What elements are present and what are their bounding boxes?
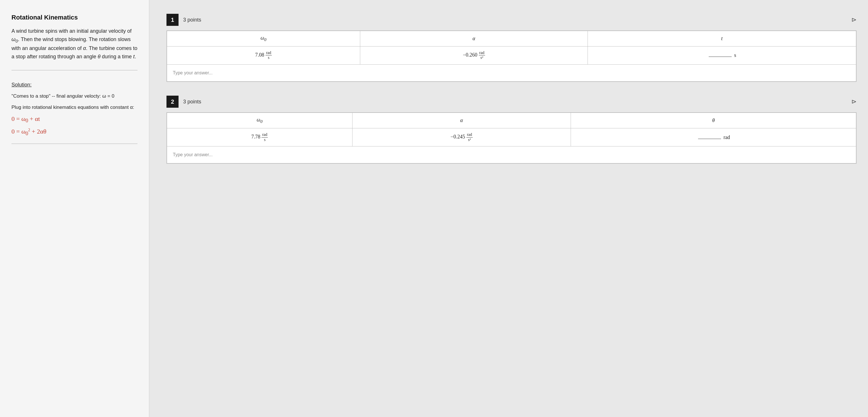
- question-block-1: 1 3 points ⊳ ω0 α t: [166, 14, 857, 82]
- col-header-theta-2: θ: [571, 113, 856, 128]
- solution-line2: Plug into rotational kinematics equation…: [11, 104, 137, 111]
- pin-icon-1[interactable]: ⊳: [851, 16, 857, 24]
- right-panel: 1 3 points ⊳ ω0 α t: [149, 0, 868, 189]
- col-header-t-1: t: [588, 31, 856, 47]
- question-2-table: ω0 α θ 7.78 rads: [167, 113, 856, 146]
- divider-2: [11, 144, 137, 144]
- col-header-alpha-2: α: [352, 113, 571, 128]
- table-1-header-row: ω0 α t: [167, 31, 856, 47]
- cell-omega0-2: 7.78 rads: [167, 128, 352, 146]
- question-1-answer-row[interactable]: Type your answer...: [167, 65, 856, 82]
- question-1-points: 3 points: [183, 17, 201, 23]
- solution-label: Solution:: [11, 82, 137, 88]
- question-block-2: 2 3 points ⊳ ω0 α θ: [166, 96, 857, 164]
- question-2-header: 2 3 points ⊳: [166, 96, 857, 108]
- equation-1: 0 = ω0 + αt: [11, 115, 137, 124]
- col-header-omega0-2: ω0: [167, 113, 352, 128]
- solution-section: Solution: "Comes to a stop" -- final ang…: [11, 82, 137, 137]
- table-2-header-row: ω0 α θ: [167, 113, 856, 128]
- question-2-points: 3 points: [183, 99, 201, 105]
- problem-text: A wind turbine spins with an initial ang…: [11, 27, 137, 61]
- equation-2: 0 = ω02 + 2αθ: [11, 128, 137, 137]
- question-1-table-wrapper: ω0 α t 7.08 rads: [166, 30, 857, 82]
- cell-alpha-1: −0.260 rads²: [360, 46, 588, 65]
- left-panel: Rotational Kinematics A wind turbine spi…: [0, 0, 149, 417]
- cell-alpha-2: −0.245 rads²: [352, 128, 571, 146]
- question-2-number: 2: [166, 96, 179, 108]
- cell-t-1: s: [588, 46, 856, 65]
- table-1-values-row: 7.08 rads −0.260 rads² s: [167, 46, 856, 65]
- col-header-alpha-1: α: [360, 31, 588, 47]
- table-2-values-row: 7.78 rads −0.245 rads² rad: [167, 128, 856, 146]
- question-2-answer-row[interactable]: Type your answer...: [167, 146, 856, 163]
- question-2-table-wrapper: ω0 α θ 7.78 rads: [166, 112, 857, 164]
- col-header-omega0-1: ω0: [167, 31, 360, 47]
- section-title: Rotational Kinematics: [11, 14, 137, 21]
- question-1-table: ω0 α t 7.08 rads: [167, 31, 856, 65]
- divider-1: [11, 70, 137, 70]
- question-2-answer-placeholder[interactable]: Type your answer...: [173, 151, 850, 158]
- question-1-header: 1 3 points ⊳: [166, 14, 857, 26]
- solution-line1: "Comes to a stop" -- final angular veloc…: [11, 92, 137, 100]
- pin-icon-2[interactable]: ⊳: [851, 98, 857, 106]
- question-1-number: 1: [166, 14, 179, 26]
- question-1-answer-placeholder[interactable]: Type your answer...: [173, 69, 850, 77]
- cell-theta-2: rad: [571, 128, 856, 146]
- cell-omega0-1: 7.08 rads: [167, 46, 360, 65]
